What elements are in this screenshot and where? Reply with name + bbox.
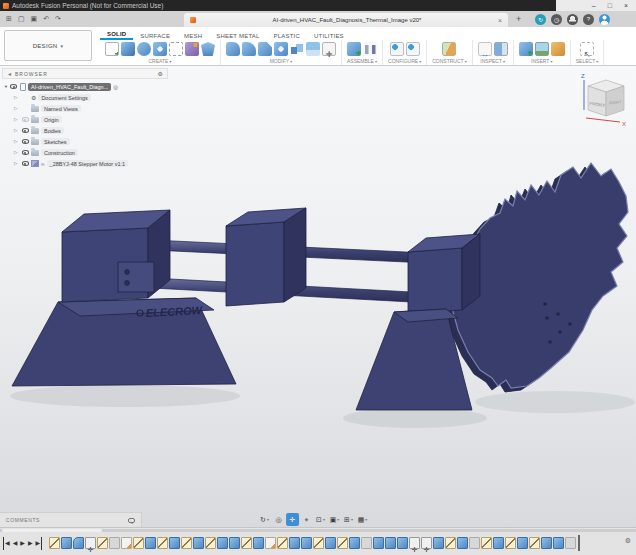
form-icon[interactable]	[137, 42, 151, 56]
move-copy-icon[interactable]	[322, 42, 336, 56]
browser-settings-gear-icon[interactable]: ⚙	[158, 70, 163, 77]
expand-arrow-icon[interactable]: ▷	[14, 95, 19, 100]
profile-avatar[interactable]	[599, 14, 610, 25]
display-settings-button[interactable]: ▣▾	[328, 513, 341, 526]
ribbon-group-label-modify[interactable]: MODIFY	[270, 58, 293, 64]
combine-icon[interactable]	[290, 42, 304, 56]
extrude-feature[interactable]	[289, 537, 300, 549]
browser-item-origin[interactable]: ▷Origin	[2, 114, 168, 125]
play-button[interactable]: ▶	[20, 537, 25, 550]
browser-item-sketches[interactable]: ▷Sketches	[2, 136, 168, 147]
move-feature[interactable]	[85, 537, 96, 549]
notifications-bell-icon[interactable]	[567, 14, 578, 25]
sketch-feature[interactable]	[313, 537, 324, 549]
expand-arrow-icon[interactable]: ▷	[14, 150, 19, 155]
measure-icon[interactable]	[478, 42, 492, 56]
configuration-table-icon[interactable]	[406, 42, 420, 56]
configuration-icon[interactable]	[390, 42, 404, 56]
extrude-feature[interactable]	[541, 537, 552, 549]
extrude-feature[interactable]	[61, 537, 72, 549]
canvas-icon[interactable]	[535, 42, 549, 56]
derive-icon[interactable]	[169, 42, 183, 56]
sketch-feature[interactable]	[481, 537, 492, 549]
extrude-feature[interactable]	[397, 537, 408, 549]
section-analysis-icon[interactable]	[494, 42, 508, 56]
expand-arrow-icon[interactable]: ▷	[14, 128, 19, 133]
sketch-feature[interactable]	[241, 537, 252, 549]
sketch-feature[interactable]	[133, 537, 144, 549]
ribbon-tab-surface[interactable]: SURFACE	[133, 31, 177, 40]
gray-feature[interactable]	[469, 537, 480, 549]
extrude-feature[interactable]	[553, 537, 564, 549]
expand-arrow-icon[interactable]: ▷	[14, 117, 19, 122]
sketch-feature[interactable]	[337, 537, 348, 549]
chamfer-icon[interactable]	[258, 42, 272, 56]
web-icon[interactable]	[201, 42, 215, 56]
extrude-feature[interactable]	[253, 537, 264, 549]
extrude-feature[interactable]	[301, 537, 312, 549]
fillet-icon[interactable]	[242, 42, 256, 56]
sketch-feature[interactable]	[97, 537, 108, 549]
extrude-feature[interactable]	[493, 537, 504, 549]
extrude-feature[interactable]	[517, 537, 528, 549]
view-cube[interactable]: Z X FRONT RIGHT	[576, 70, 632, 130]
expand-arrow-icon[interactable]: ▷	[14, 106, 19, 111]
expand-arrow-icon[interactable]: ▼	[4, 84, 8, 89]
create-form-icon[interactable]	[185, 42, 199, 56]
ribbon-tab-sheet-metal[interactable]: SHEET METAL	[209, 31, 266, 40]
ribbon-group-label-configure[interactable]: CONFIGURE	[388, 58, 421, 64]
revolve-feature[interactable]	[73, 537, 84, 549]
orbit-button[interactable]: ↻▾	[258, 513, 271, 526]
go-to-end-button[interactable]: ▶	[36, 537, 43, 550]
construction-plane-icon[interactable]	[442, 42, 456, 56]
ribbon-group-label-inspect[interactable]: INSPECT	[480, 58, 505, 64]
eye-icon[interactable]	[10, 84, 17, 89]
timeline-scrollbar-thumb[interactable]	[2, 529, 102, 532]
fit-button[interactable]: ⊡▾	[314, 513, 327, 526]
ribbon-tab-utilities[interactable]: UTILITIES	[307, 31, 351, 40]
save-icon[interactable]: ▣	[31, 15, 38, 23]
left-base[interactable]	[12, 298, 236, 386]
ribbon-group-label-insert[interactable]: INSERT	[531, 58, 552, 64]
box-icon[interactable]	[121, 42, 135, 56]
plane-feature[interactable]	[265, 537, 276, 549]
document-tab-close-icon[interactable]: ×	[498, 17, 502, 24]
go-to-start-button[interactable]: ◀	[3, 537, 10, 550]
sketch-feature[interactable]	[49, 537, 60, 549]
minimize-button[interactable]: –	[592, 1, 596, 10]
press-pull-icon[interactable]	[226, 42, 240, 56]
extrude-feature[interactable]	[349, 537, 360, 549]
select-icon[interactable]	[580, 42, 594, 56]
new-tab-button[interactable]: +	[516, 14, 521, 24]
browser-item-named-views[interactable]: ▷Named Views	[2, 103, 168, 114]
ribbon-group-label-assemble[interactable]: ASSEMBLE	[347, 58, 377, 64]
document-tab[interactable]: AI-driven_HVAC_Fault_Diagnosis_Thermal_I…	[184, 13, 508, 27]
sketch-feature[interactable]	[445, 537, 456, 549]
extrude-feature[interactable]	[373, 537, 384, 549]
zoom-button[interactable]: ⌖	[300, 513, 313, 526]
expand-arrow-icon[interactable]: ▷	[14, 139, 19, 144]
viewports-button[interactable]: ▦▾	[356, 513, 369, 526]
comments-bar[interactable]: COMMENTS	[0, 512, 142, 527]
extrude-feature[interactable]	[145, 537, 156, 549]
revolve-icon[interactable]	[153, 42, 167, 56]
grid-snaps-button[interactable]: ⊞▾	[342, 513, 355, 526]
extrude-feature[interactable]	[193, 537, 204, 549]
ribbon-group-label-construct[interactable]: CONSTRUCT	[432, 58, 467, 64]
stepper-motor-housing[interactable]	[62, 210, 170, 302]
eye-icon[interactable]	[22, 150, 29, 155]
file-icon[interactable]: ▢	[18, 15, 25, 23]
extrude-feature[interactable]	[385, 537, 396, 549]
sketch-feature[interactable]	[277, 537, 288, 549]
gray-feature[interactable]	[361, 537, 372, 549]
plane-feature[interactable]	[121, 537, 132, 549]
offset-face-icon[interactable]	[306, 42, 320, 56]
ribbon-tab-solid[interactable]: SOLID	[100, 29, 133, 40]
help-icon[interactable]: ?	[583, 14, 594, 25]
joint-icon[interactable]	[363, 42, 377, 56]
close-button[interactable]: ×	[624, 1, 628, 10]
ribbon-group-label-select[interactable]: SELECT	[576, 58, 599, 64]
redo-icon[interactable]: ↷	[55, 15, 61, 23]
new-component-icon[interactable]	[347, 42, 361, 56]
sketch-feature[interactable]	[205, 537, 216, 549]
